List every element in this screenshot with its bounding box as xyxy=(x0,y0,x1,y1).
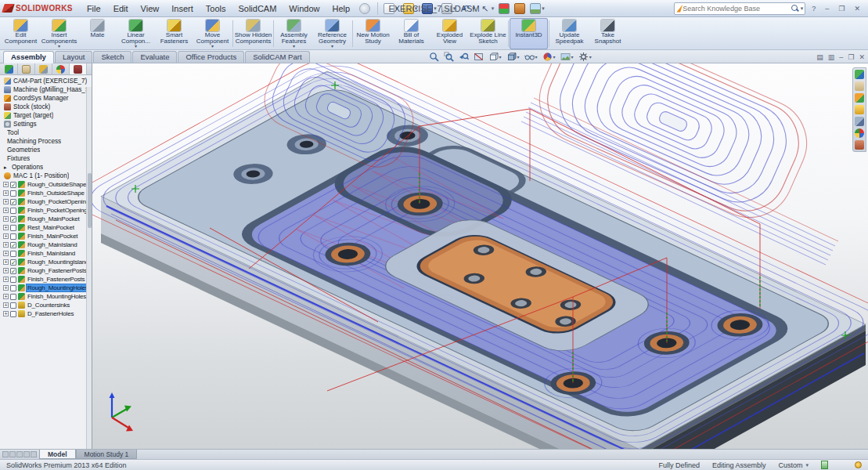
ribbon-button-linear-component[interactable]: Linear Compon...▾ xyxy=(117,18,155,49)
tree-item-fixtures[interactable]: Fixtures xyxy=(2,154,92,163)
operation-row[interactable]: +Finish_MainPocket xyxy=(2,232,92,240)
operation-row[interactable]: +D_FastenerHoles xyxy=(2,309,92,318)
options-button[interactable] xyxy=(513,2,527,15)
tab-office-products[interactable]: Office Products xyxy=(178,51,244,63)
splitter-box[interactable] xyxy=(2,451,9,457)
cam-machine-icon[interactable] xyxy=(855,117,864,126)
apply-scene-button[interactable]: ▾ xyxy=(560,52,574,62)
operation-checkbox[interactable] xyxy=(10,277,16,283)
operation-checkbox[interactable]: ✓ xyxy=(10,216,16,222)
ribbon-button-explode-line-sketch[interactable]: Explode Line Sketch xyxy=(469,18,507,49)
hide-show-items-button[interactable]: ▾ xyxy=(524,52,538,62)
select-button[interactable]: ↖▾ xyxy=(478,2,496,15)
expander[interactable]: + xyxy=(3,268,9,273)
operation-row-selected[interactable]: +Rough_MountingHoles xyxy=(2,284,92,292)
tree-item-coordsys-manager[interactable]: CoordSys Manager xyxy=(2,94,92,103)
expander[interactable]: + xyxy=(3,233,9,239)
expander[interactable]: + xyxy=(3,302,9,308)
expander[interactable]: + xyxy=(3,208,9,213)
expander[interactable]: + xyxy=(3,190,9,196)
ribbon-button-smart-fasteners[interactable]: Smart Fasteners xyxy=(155,18,193,49)
units-caret-icon[interactable]: ▾ xyxy=(805,462,809,468)
operation-row[interactable]: +✓Rough_FastenerPosts xyxy=(2,266,92,275)
close-button[interactable]: ✕ xyxy=(851,4,863,13)
expand-arrow-icon[interactable]: ▸ xyxy=(4,164,9,171)
split-vertical-button[interactable]: ▥ xyxy=(828,53,835,61)
undo-button[interactable]: ↶▾ xyxy=(459,2,477,15)
ribbon-button-edit-component[interactable]: Edit Component xyxy=(2,18,40,49)
operation-row[interactable]: +✓Rough_MountingIslands xyxy=(2,258,92,266)
menu-insert[interactable]: Insert xyxy=(165,2,200,15)
new-document-button[interactable]: ▾ xyxy=(382,2,400,15)
previous-view-button[interactable] xyxy=(458,52,470,62)
edit-appearance-button[interactable]: ▾ xyxy=(542,52,556,62)
view-orientation-button[interactable]: ▾ xyxy=(488,52,502,62)
expander[interactable]: + xyxy=(3,311,9,316)
tab-solidcam-part[interactable]: SolidCAM Part xyxy=(245,51,309,63)
cam-open-folder-icon[interactable] xyxy=(855,105,864,114)
restore-button[interactable]: ❐ xyxy=(835,4,848,13)
operation-checkbox[interactable] xyxy=(10,190,16,197)
operation-checkbox[interactable] xyxy=(10,285,16,291)
doc-restore-button[interactable]: ❐ xyxy=(848,53,854,61)
view-settings-button[interactable]: ▾ xyxy=(578,52,592,62)
split-horizontal-button[interactable]: ▤ xyxy=(816,53,823,61)
operation-checkbox[interactable] xyxy=(10,302,16,309)
ribbon-button-show-hidden-components[interactable]: Show Hidden Components xyxy=(234,18,272,49)
ribbon-button-take-snapshot[interactable]: Take Snapshot xyxy=(589,18,627,49)
operation-checkbox[interactable] xyxy=(10,208,16,214)
expander[interactable]: + xyxy=(3,277,9,282)
cam-geometry-icon[interactable] xyxy=(855,93,864,103)
tab-display-manager[interactable] xyxy=(52,63,70,74)
ribbon-button-move-component[interactable]: Move Component▾ xyxy=(193,18,232,49)
splitter-box[interactable] xyxy=(31,451,37,457)
menu-window[interactable]: Window xyxy=(283,2,326,15)
tree-item-operations[interactable]: ▸Operations xyxy=(2,163,92,172)
operation-row[interactable]: +✓Rough_PocketOpening xyxy=(2,197,92,206)
zoom-to-area-button[interactable] xyxy=(443,52,455,62)
operation-checkbox[interactable]: ✓ xyxy=(10,268,16,274)
operation-row[interactable]: +✓Rough_OutsideShape xyxy=(2,180,92,189)
viewport-3d-model[interactable] xyxy=(92,63,868,449)
search-input[interactable] xyxy=(683,5,790,13)
tab-property-manager[interactable] xyxy=(18,63,35,74)
ribbon-button-reference-geometry[interactable]: Reference Geometry▾ xyxy=(313,18,351,49)
splitter-box[interactable] xyxy=(16,451,23,457)
graphics-viewport[interactable] xyxy=(92,63,868,449)
operation-checkbox[interactable]: ✓ xyxy=(10,242,16,248)
tab-model[interactable]: Model xyxy=(39,450,76,459)
section-view-button[interactable] xyxy=(473,52,484,62)
menu-view[interactable]: View xyxy=(135,2,166,15)
cam-templates-icon[interactable] xyxy=(855,81,864,91)
ribbon-button-update-speedpak[interactable]: Update Speedpak xyxy=(550,18,589,49)
tab-assembly[interactable]: Assembly xyxy=(3,51,54,63)
search-icon[interactable] xyxy=(791,4,800,13)
operation-checkbox[interactable] xyxy=(10,225,16,231)
operation-row[interactable]: +Finish_OutsideShape xyxy=(2,189,92,197)
menu-tools[interactable]: Tools xyxy=(200,2,232,15)
tree-item-machine[interactable]: Machine (gMilling_Haas_SS_3x) xyxy=(2,85,92,94)
ribbon-button-insert-components[interactable]: Insert Components▾ xyxy=(40,18,78,49)
doc-close-button[interactable]: ✕ xyxy=(859,53,865,61)
operation-row[interactable]: +Finish_MountingHoles xyxy=(2,292,92,301)
operation-checkbox[interactable] xyxy=(10,311,16,317)
tab-feature-manager[interactable] xyxy=(1,63,18,74)
tree-item-tool[interactable]: Tool xyxy=(2,128,92,137)
zoom-to-fit-button[interactable] xyxy=(428,52,440,62)
rebuild-button[interactable] xyxy=(497,2,511,15)
expander[interactable]: + xyxy=(3,225,9,230)
doc-minimize-button[interactable]: ‒ xyxy=(839,53,843,61)
operation-row[interactable]: +✓Rough_MainPocket xyxy=(2,215,92,223)
expander[interactable]: + xyxy=(3,182,9,187)
tab-configuration-manager[interactable] xyxy=(35,63,52,74)
cam-simulation-icon[interactable] xyxy=(855,128,864,138)
tab-solidcam-manager[interactable] xyxy=(70,63,87,74)
operation-row[interactable]: +D_Countersinks xyxy=(2,301,92,309)
tree-item-settings[interactable]: Settings xyxy=(2,120,92,128)
operation-row[interactable]: +✓Rough_MainIsland xyxy=(2,240,92,249)
print-button[interactable]: ▾ xyxy=(440,2,458,15)
operation-row[interactable]: +Finish_MainIsland xyxy=(2,249,92,258)
ribbon-button-new-motion-study[interactable]: New Motion Study xyxy=(354,18,392,49)
expander[interactable]: + xyxy=(3,216,9,222)
pin-menubar-icon[interactable] xyxy=(359,3,370,14)
